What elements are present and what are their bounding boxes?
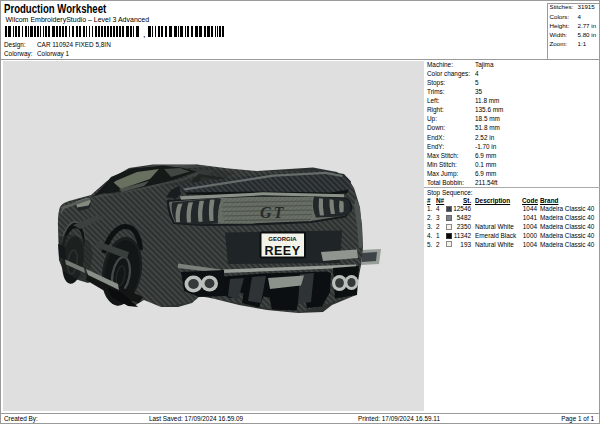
svg-text:REEY: REEY — [264, 244, 300, 258]
svg-text:GEORGIA: GEORGIA — [268, 236, 297, 242]
svg-text:,: , — [143, 29, 146, 38]
svg-text:GT: GT — [260, 204, 285, 221]
